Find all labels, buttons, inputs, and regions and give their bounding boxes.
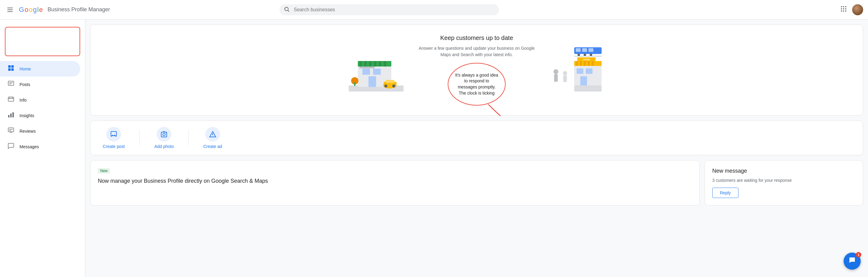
sidebar-item-home[interactable]: Home bbox=[0, 61, 80, 77]
update-card-title: Keep customers up to date bbox=[416, 34, 538, 41]
sidebar: Home Posts Info bbox=[0, 20, 85, 277]
sidebar-item-insights[interactable]: Insights bbox=[0, 108, 80, 123]
svg-rect-51 bbox=[582, 48, 587, 52]
chat-fab-icon bbox=[848, 256, 856, 266]
create-post-action[interactable]: Create post bbox=[103, 127, 125, 149]
svg-text:OPEN: OPEN bbox=[583, 58, 590, 61]
svg-rect-33 bbox=[364, 61, 367, 66]
svg-rect-73 bbox=[563, 75, 567, 82]
main-content: Keep customers up to date Answer a few q… bbox=[85, 20, 868, 277]
svg-rect-69 bbox=[574, 85, 601, 91]
sidebar-item-info[interactable]: Info bbox=[0, 92, 80, 108]
svg-rect-50 bbox=[576, 48, 581, 52]
sidebar-item-messages[interactable]: Messages bbox=[0, 139, 80, 155]
svg-point-53 bbox=[578, 54, 580, 56]
svg-rect-13 bbox=[11, 65, 14, 68]
add-photo-label: Add photo bbox=[154, 144, 174, 149]
add-photo-action[interactable]: Add photo bbox=[154, 127, 174, 149]
header-right bbox=[838, 3, 863, 17]
message-card: New message 3 customers are waiting for … bbox=[705, 160, 863, 205]
tooltip-text: It's always a good idea to respond to me… bbox=[455, 72, 499, 96]
svg-rect-37 bbox=[384, 61, 386, 66]
svg-rect-68 bbox=[580, 76, 587, 87]
update-card: Keep customers up to date Answer a few q… bbox=[90, 24, 863, 116]
reply-button[interactable]: Reply bbox=[712, 188, 739, 198]
svg-rect-38 bbox=[362, 68, 370, 75]
svg-rect-16 bbox=[8, 81, 14, 85]
search-bar[interactable] bbox=[279, 4, 499, 15]
chat-fab[interactable]: 1 bbox=[844, 253, 861, 270]
sidebar-item-insights-label: Insights bbox=[20, 113, 34, 118]
sidebar-item-reviews-label: Reviews bbox=[20, 129, 36, 134]
svg-rect-59 bbox=[576, 61, 578, 66]
svg-rect-67 bbox=[586, 68, 592, 74]
svg-point-83 bbox=[212, 136, 213, 136]
sidebar-item-posts[interactable]: Posts bbox=[0, 77, 80, 92]
svg-point-10 bbox=[843, 10, 844, 11]
svg-rect-24 bbox=[10, 113, 11, 117]
svg-point-78 bbox=[163, 133, 165, 136]
svg-rect-52 bbox=[589, 48, 593, 52]
manage-card: New Now manage your Business Profile dir… bbox=[90, 160, 700, 205]
svg-rect-2 bbox=[7, 11, 13, 12]
bottom-row: New Now manage your Business Profile dir… bbox=[90, 160, 863, 205]
create-post-label: Create post bbox=[103, 144, 125, 149]
business-card bbox=[5, 27, 80, 56]
svg-rect-41 bbox=[359, 66, 375, 68]
svg-rect-61 bbox=[584, 61, 586, 66]
svg-point-4 bbox=[843, 6, 844, 7]
sidebar-item-home-label: Home bbox=[20, 66, 31, 72]
svg-rect-77 bbox=[161, 132, 167, 137]
update-card-text: Keep customers up to date Answer a few q… bbox=[416, 34, 538, 106]
svg-rect-35 bbox=[374, 61, 376, 66]
action-divider-2 bbox=[188, 131, 189, 145]
apps-grid-icon[interactable] bbox=[838, 3, 850, 17]
info-icon bbox=[7, 96, 14, 104]
header: Google Business Profile Manager bbox=[0, 0, 868, 20]
svg-point-3 bbox=[841, 6, 842, 7]
sidebar-item-reviews[interactable]: Reviews bbox=[0, 123, 80, 139]
search-icon bbox=[284, 7, 290, 13]
create-post-icon bbox=[106, 127, 121, 142]
messages-icon bbox=[7, 142, 14, 151]
svg-rect-40 bbox=[369, 76, 376, 87]
search-input[interactable] bbox=[294, 7, 494, 12]
svg-rect-48 bbox=[354, 82, 355, 86]
svg-point-5 bbox=[845, 6, 846, 7]
svg-rect-23 bbox=[8, 115, 9, 117]
svg-rect-66 bbox=[577, 68, 583, 74]
avatar[interactable] bbox=[852, 4, 863, 15]
new-badge: New bbox=[98, 168, 110, 173]
svg-rect-15 bbox=[11, 68, 14, 71]
action-divider-1 bbox=[139, 131, 140, 145]
layout: Home Posts Info bbox=[0, 20, 868, 277]
svg-point-8 bbox=[845, 8, 846, 9]
sidebar-item-messages-label: Messages bbox=[20, 144, 39, 149]
create-ad-action[interactable]: Create ad bbox=[203, 127, 222, 149]
svg-rect-63 bbox=[592, 61, 594, 66]
svg-point-55 bbox=[590, 54, 592, 56]
posts-icon bbox=[7, 80, 14, 88]
tooltip-tail-icon bbox=[485, 104, 502, 116]
svg-rect-26 bbox=[8, 128, 14, 132]
svg-point-6 bbox=[841, 8, 842, 9]
svg-rect-25 bbox=[12, 112, 14, 117]
reviews-icon bbox=[7, 127, 14, 135]
quick-actions-bar: Create post Add photo bbox=[90, 120, 863, 155]
svg-rect-14 bbox=[8, 68, 11, 71]
waiting-customers-text: 3 customers are waiting for your respons… bbox=[712, 178, 856, 183]
svg-point-9 bbox=[841, 10, 842, 11]
svg-rect-60 bbox=[580, 61, 582, 66]
svg-point-54 bbox=[584, 54, 586, 56]
sidebar-item-info-label: Info bbox=[20, 98, 27, 103]
right-illustration: OPEN bbox=[550, 46, 605, 94]
create-ad-label: Create ad bbox=[203, 144, 222, 149]
svg-rect-44 bbox=[386, 80, 394, 83]
svg-rect-34 bbox=[369, 61, 372, 66]
menu-icon[interactable] bbox=[5, 5, 15, 15]
app-name: Business Profile Manager bbox=[48, 6, 110, 13]
svg-point-72 bbox=[563, 71, 567, 75]
svg-point-46 bbox=[392, 84, 395, 88]
sidebar-item-posts-label: Posts bbox=[20, 82, 30, 87]
insights-icon bbox=[7, 111, 14, 119]
